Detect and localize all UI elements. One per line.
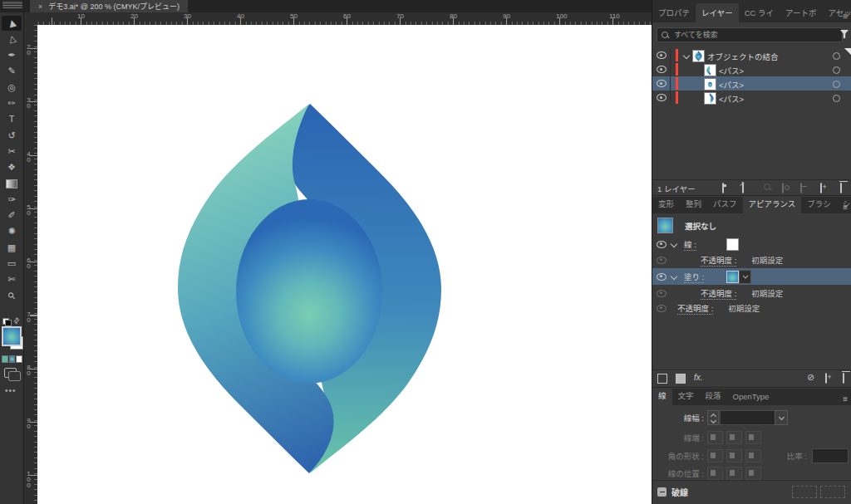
fill-gradient-swatch[interactable] (726, 271, 739, 283)
tab-アピアランス[interactable]: アピアランス (743, 197, 802, 213)
color-button[interactable] (2, 355, 8, 363)
stroke-menu-icon[interactable]: ≡ (843, 397, 848, 401)
duplicate-item-icon[interactable]: + (825, 374, 827, 383)
expand-chevron-icon[interactable] (671, 273, 677, 280)
opacity-label[interactable]: 不透明度 : (677, 302, 713, 315)
gradient-tool[interactable] (2, 176, 22, 191)
ruler-origin-corner[interactable] (23, 12, 38, 26)
search-input[interactable] (672, 30, 838, 40)
dashed-line-checkbox[interactable] (657, 487, 667, 497)
stroke-width-input[interactable] (720, 410, 778, 425)
graph-tool[interactable]: ▦ (2, 240, 22, 255)
visibility-eye-icon[interactable] (657, 241, 667, 248)
appearance-fill-row-selected[interactable]: 塗り : (652, 268, 851, 285)
delete-layer-icon[interactable] (840, 183, 842, 193)
edit-toolbar-ellipsis[interactable]: ••• (5, 386, 17, 395)
tab-整列[interactable]: 整列 (680, 197, 707, 213)
appearance-stroke-row[interactable]: 線 : (652, 237, 851, 252)
tab-アートボ[interactable]: アートボ (780, 3, 822, 22)
eyedropper-tool[interactable]: ✐ (2, 208, 22, 223)
layer-thumbnail[interactable] (704, 92, 716, 105)
delete-item-icon[interactable] (843, 374, 844, 383)
visibility-eye-icon[interactable] (657, 94, 667, 101)
tab-パスフ[interactable]: パスフ (707, 197, 743, 213)
slice-tool[interactable]: ✄ (2, 272, 22, 287)
rotate-tool[interactable]: ↺ (2, 128, 22, 143)
new-sublayer-icon[interactable] (800, 183, 802, 193)
ratio-input[interactable] (812, 448, 849, 463)
shape-builder-tool[interactable]: ❖ (2, 160, 22, 175)
new-layer-icon[interactable]: + (820, 183, 822, 193)
corner-option-2[interactable] (726, 449, 742, 462)
stroke-attribute-label[interactable]: 線 : (684, 238, 696, 251)
zoom-tool[interactable]: ⚲ (2, 288, 22, 303)
layer-row[interactable]: オブジェクトの結合 (652, 48, 851, 62)
expand-chevron-icon[interactable] (683, 52, 690, 59)
visibility-eye-icon[interactable] (657, 273, 667, 281)
add-effect-icon[interactable]: fx. (694, 373, 703, 382)
tab-CC ライ[interactable]: CC ライ (739, 3, 780, 22)
opacity-label[interactable]: 不透明度 : (701, 287, 736, 300)
visibility-eye-icon[interactable] (657, 290, 667, 297)
dash-align-icon[interactable] (820, 486, 845, 498)
visibility-eye-icon[interactable] (657, 51, 667, 59)
clear-appearance-icon[interactable]: ⊘ (807, 372, 814, 383)
layers-search-box[interactable] (657, 27, 843, 42)
stroke-opacity-row[interactable]: 不透明度 : 初期設定 (652, 253, 851, 267)
direct-selection-tool[interactable]: ▷ (2, 32, 22, 46)
layer-row[interactable]: <パス> (652, 91, 851, 105)
vertical-ruler[interactable]: 2030405060708090100 (23, 25, 38, 504)
tab-文字[interactable]: 文字 (672, 389, 700, 405)
paintbrush-tool[interactable]: ✏ (2, 96, 22, 111)
gradient-button[interactable] (9, 355, 16, 363)
layer-name[interactable]: <パス> (719, 93, 744, 105)
selection-tool[interactable]: ▶ (2, 16, 22, 31)
curvature-tool[interactable]: ✎ (2, 64, 22, 79)
fill-opacity-row[interactable]: 不透明度 : 初期設定 (652, 286, 851, 300)
document-tab[interactable]: × デモ3.ai* @ 200 % (CMYK/プレビュー) (30, 0, 188, 12)
layer-name[interactable]: オブジェクトの結合 (707, 51, 779, 62)
stroke-width-dropdown[interactable] (775, 410, 788, 425)
tab-OpenType[interactable]: OpenType (727, 389, 775, 405)
layer-thumbnail[interactable] (692, 50, 705, 62)
type-tool[interactable]: T (2, 112, 22, 127)
layer-target-icon[interactable] (833, 52, 840, 60)
stroke-none-swatch[interactable] (726, 238, 739, 251)
cap-option-1[interactable] (707, 431, 723, 444)
pen-tool[interactable]: ✒ (2, 48, 22, 63)
symbol-sprayer-tool[interactable]: ✺ (2, 224, 22, 239)
align-option-2[interactable] (726, 467, 742, 480)
align-option-3[interactable] (745, 467, 761, 480)
layer-thumbnail[interactable] (704, 64, 716, 76)
scissors-tool[interactable]: ✂ (2, 144, 22, 159)
layer-thumbnail[interactable] (704, 78, 716, 91)
layer-target-icon[interactable] (833, 66, 840, 74)
fill-color-swatch[interactable] (2, 326, 22, 346)
appearance-menu-icon[interactable]: ≡ (843, 205, 848, 209)
layer-row[interactable]: <パス> (652, 62, 851, 76)
new-stroke-icon[interactable] (657, 374, 667, 384)
new-fill-icon[interactable] (676, 374, 686, 384)
align-option-1[interactable] (707, 467, 723, 480)
tab-変形[interactable]: 変形 (652, 197, 680, 213)
pencil-tool[interactable]: ✑ (2, 192, 22, 207)
layer-row[interactable]: <パス> (652, 76, 851, 91)
shaper-tool[interactable]: ◎ (2, 80, 22, 95)
opacity-label[interactable]: 不透明度 : (701, 254, 736, 267)
tab-線[interactable]: 線 (652, 389, 672, 405)
fill-swatch-dropdown[interactable] (739, 270, 751, 284)
object-opacity-row[interactable]: 不透明度 : 初期設定 (652, 301, 851, 315)
dash-preserve-icon[interactable] (792, 486, 817, 498)
layer-target-icon[interactable] (833, 81, 840, 88)
make-mask-icon[interactable] (782, 183, 784, 193)
tab-段落[interactable]: 段落 (700, 389, 727, 405)
cap-option-3[interactable] (745, 431, 761, 444)
stroke-width-stepper[interactable] (707, 410, 719, 425)
expand-chevron-icon[interactable] (671, 241, 677, 247)
draw-mode-icon[interactable] (4, 368, 17, 378)
layer-name[interactable]: <パス> (719, 65, 744, 76)
layer-name[interactable]: <パス> (719, 79, 744, 91)
locate-object-icon[interactable] (764, 183, 770, 190)
artboard-tool[interactable]: ▭ (2, 257, 22, 272)
horizontal-ruler[interactable]: 102030405060708090100110 (37, 12, 652, 26)
